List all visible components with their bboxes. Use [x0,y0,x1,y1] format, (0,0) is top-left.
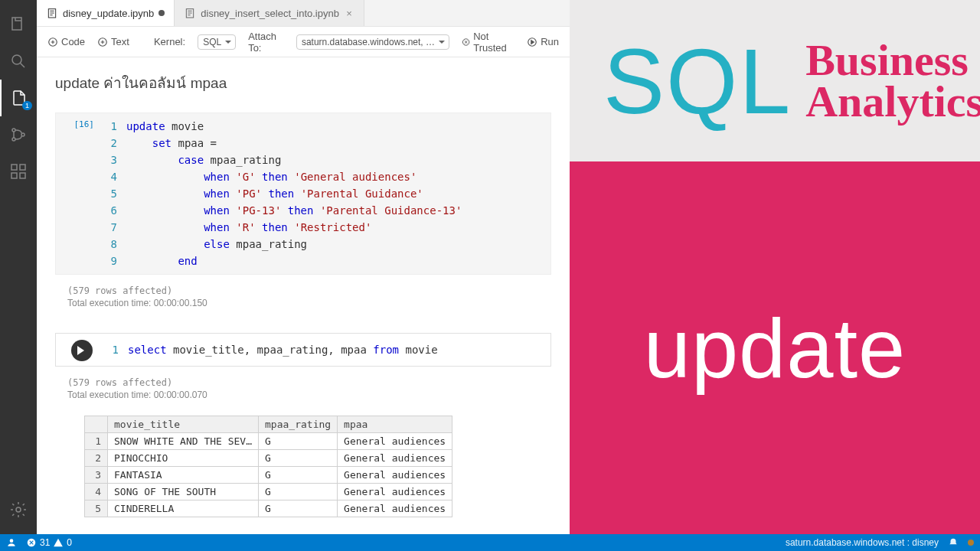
status-notification-icon[interactable] [948,537,959,548]
attach-select[interactable]: saturn.database.windows.net, … [296,34,449,50]
settings-gear-icon[interactable] [0,491,37,528]
table-row[interactable]: 2PINOCCHIOGGeneral audiences [85,450,452,467]
table-row[interactable]: 4SONG OF THE SOUTHGGeneral audiences [85,484,452,500]
overlay-update-text: update [644,299,906,396]
cell1-rows-affected: (579 rows affected) [47,281,559,298]
tab-disney_update.ipynb[interactable]: disney_update.ipynb [37,0,175,26]
trust-button[interactable]: Not Trusted [462,31,514,54]
notebook-toolbar: Code Text Kernel: SQL Attach To: saturn.… [37,27,570,57]
kernel-label: Kernel: [154,36,185,47]
explorer-badge: 1 [22,101,32,110]
table-row[interactable]: 1SNOW WHITE AND THE SEV…GGeneral audienc… [85,433,452,450]
overlay-sql-text: SQL [603,40,792,122]
tab-disney_insert_select_into.ipynb[interactable]: disney_insert_select_into.ipynb× [175,0,364,26]
cell2-exec-time: Total execution time: 00:00:00.070 [47,390,559,411]
svg-rect-8 [20,173,25,178]
overlay-business-text: Business [805,40,980,80]
notebook-explorer-icon[interactable]: 1 [0,80,37,116]
svg-rect-6 [20,165,25,170]
close-icon[interactable]: × [344,8,354,18]
status-connection[interactable]: saturn.database.windows.net : disney [786,537,939,548]
run-cell-button[interactable] [71,340,93,361]
table-row[interactable]: 3FANTASIAGGeneral audiences [85,467,452,484]
svg-rect-5 [11,165,17,170]
svg-point-16 [10,539,14,543]
code-cell-1[interactable]: [16] 1update movie2 set mpaa =3 case mpa… [55,112,551,275]
tab-bar: disney_update.ipynbdisney_insert_select_… [37,0,570,27]
overlay-analytics-text: Analytics [805,81,980,122]
cell2-rows-affected: (579 rows affected) [47,373,559,390]
result-table: movie_titlempaa_ratingmpaa 1SNOW WHITE A… [84,416,452,517]
svg-point-2 [12,129,15,132]
table-row[interactable]: 5CINDERELLAGGeneral audiences [85,500,452,517]
code-cell-2[interactable]: 1select movie_title, mpaa_rating, mpaa f… [55,333,551,367]
svg-point-1 [12,55,21,64]
activity-bar: 1 [0,0,37,534]
overlay-graphic: SQL Business Analytics update [570,0,980,534]
status-indicator-dot [968,540,974,546]
svg-point-3 [12,138,15,141]
search-icon[interactable] [0,43,37,80]
run-button[interactable]: Run [527,36,559,47]
svg-rect-7 [11,173,17,178]
editor-area: disney_update.ipynbdisney_insert_select_… [37,0,570,534]
notebook-body: update ค่าในคอลัมน์ mpaa [16] 1update mo… [37,57,570,534]
attach-label: Attach To: [248,31,284,54]
svg-point-9 [16,507,21,512]
explorer-icon[interactable] [0,6,37,43]
dirty-indicator-icon [158,10,165,16]
kernel-select[interactable]: SQL [198,34,236,50]
status-problems[interactable]: 31 0 [26,537,72,548]
status-bar: 31 0 saturn.database.windows.net : disne… [0,534,980,551]
add-code-button[interactable]: Code [47,36,85,47]
extensions-icon[interactable] [0,153,37,190]
add-text-button[interactable]: Text [97,36,129,47]
cell1-exec-time: Total execution time: 00:00:00.150 [47,298,559,319]
status-account-icon[interactable] [6,537,17,548]
source-control-icon[interactable] [0,116,37,153]
svg-point-4 [21,133,24,136]
exec-count: [16] [56,113,99,135]
svg-rect-0 [12,18,21,30]
markdown-heading: update ค่าในคอลัมน์ mpaa [47,57,559,112]
